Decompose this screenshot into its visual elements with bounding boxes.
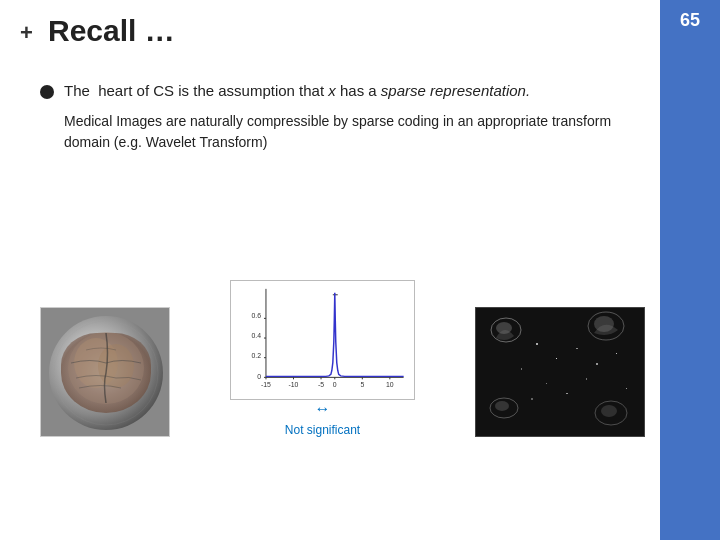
svg-text:-5: -5: [318, 381, 324, 388]
bullet-text-main: The heart of CS is the assumption that x…: [64, 80, 530, 103]
plot-svg: 0 0.2 0.4 0.6 -15 -10 -5 0 5: [231, 281, 414, 399]
svg-rect-35: [576, 348, 578, 349]
svg-point-40: [495, 401, 509, 411]
sparse-representation: sparse representation.: [381, 82, 530, 99]
not-significant-container: ↔ Not significant: [285, 400, 360, 437]
svg-rect-38: [616, 353, 617, 354]
plot-container: 0 0.2 0.4 0.6 -15 -10 -5 0 5: [230, 280, 415, 437]
svg-text:5: 5: [360, 381, 364, 388]
svg-rect-44: [566, 393, 568, 394]
compressible-text: compressible: [247, 113, 329, 129]
svg-rect-46: [531, 398, 533, 400]
accent-bar: [660, 0, 720, 540]
plot-image: 0 0.2 0.4 0.6 -15 -10 -5 0 5: [230, 280, 415, 400]
svg-text:0.4: 0.4: [251, 332, 261, 339]
svg-text:0.6: 0.6: [251, 312, 261, 319]
brain-mri-image: [40, 307, 170, 437]
not-significant-label: Not significant: [285, 423, 360, 437]
slide-title: Recall …: [48, 14, 175, 48]
sparse-svg: [476, 308, 645, 437]
svg-point-42: [601, 405, 617, 417]
svg-text:10: 10: [386, 381, 394, 388]
slide-number: 65: [660, 10, 720, 31]
plus-sign: +: [20, 20, 33, 46]
svg-text:-10: -10: [289, 381, 299, 388]
bullet-dot: [40, 85, 54, 99]
svg-rect-37: [596, 363, 598, 365]
variable-x: x: [328, 82, 336, 99]
svg-text:-15: -15: [261, 381, 271, 388]
svg-point-3: [98, 344, 134, 388]
svg-rect-36: [521, 368, 522, 370]
svg-rect-33: [536, 343, 538, 345]
main-content: The heart of CS is the assumption that x…: [40, 80, 645, 154]
bullet-row-main: The heart of CS is the assumption that x…: [40, 80, 645, 103]
svg-rect-45: [586, 378, 587, 380]
sub-paragraph: Medical Images are naturally compressibl…: [64, 111, 645, 154]
svg-rect-47: [626, 388, 627, 389]
svg-text:0: 0: [257, 373, 261, 380]
svg-text:0.2: 0.2: [251, 352, 261, 359]
svg-text:0: 0: [333, 381, 337, 388]
svg-rect-34: [556, 358, 557, 359]
brain-svg-overlay: [41, 308, 170, 437]
svg-rect-43: [546, 383, 547, 384]
images-row: 0 0.2 0.4 0.6 -15 -10 -5 0 5: [40, 280, 645, 437]
sparse-wavelet-image: [475, 307, 645, 437]
arrow-icon: ↔: [315, 400, 331, 418]
